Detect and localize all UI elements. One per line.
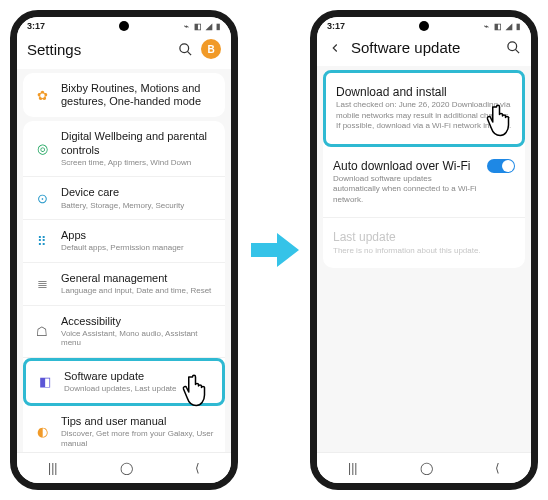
row-icon: ✿ [33,86,51,104]
row-sub: Download software updates automatically … [333,174,477,205]
back-icon[interactable] [327,40,343,56]
clock: 3:17 [27,21,45,31]
row-sub: Discover, Get more from your Galaxy, Use… [61,429,215,448]
header: Settings B [17,33,231,69]
row-sub: Last checked on: June 26, 2020 Downloadi… [336,100,512,131]
row-icon: ◎ [33,140,51,158]
settings-row[interactable]: ☖AccessibilityVoice Assistant, Mono audi… [23,306,225,358]
clock: 3:17 [327,21,345,31]
row-icon: ◐ [33,423,51,441]
row-icon: ⊙ [33,189,51,207]
row-icon: ⠿ [33,232,51,250]
update-options-list[interactable]: Download and installLast checked on: Jun… [317,66,531,452]
svg-point-3 [507,42,516,51]
row-sub: Battery, Storage, Memory, Security [61,201,215,211]
settings-row[interactable]: ≣General managementLanguage and input, D… [23,263,225,306]
nav-home[interactable]: ◯ [120,461,133,475]
settings-row[interactable]: ◐Tips and user manualDiscover, Get more … [23,406,225,452]
row-title: Bixby Routines, Motions and gestures, On… [61,82,215,108]
search-icon[interactable] [505,40,521,56]
nav-home[interactable]: ◯ [420,461,433,475]
svg-point-0 [179,43,188,52]
camera-notch [419,21,429,31]
row-title: Apps [61,229,215,242]
page-title: Settings [27,41,169,58]
svg-line-4 [515,49,519,53]
row-title: Accessibility [61,315,215,328]
update-row[interactable]: Auto download over Wi-FiDownload softwar… [323,147,525,219]
wifi-toggle[interactable] [487,159,515,173]
update-row: Last updateThere is no information about… [323,218,525,268]
avatar[interactable]: B [201,39,221,59]
row-sub: Download updates, Last update [64,384,212,394]
row-title: Tips and user manual [61,415,215,428]
page-title: Software update [351,39,497,56]
search-icon[interactable] [177,41,193,57]
row-title: Device care [61,186,215,199]
nav-back[interactable]: ⟨ [495,461,500,475]
row-title: Auto download over Wi-Fi [333,159,477,173]
row-title: Download and install [336,85,512,99]
row-sub: Language and input, Date and time, Reset [61,286,215,296]
status-icons: ⌁ ◧ ◢ ▮ [184,22,221,31]
row-title: General management [61,272,215,285]
row-sub: There is no information about this updat… [333,246,515,256]
row-icon: ≣ [33,275,51,293]
nav-recent[interactable]: ||| [348,461,357,475]
settings-row[interactable]: ◎Digital Wellbeing and parental controls… [23,121,225,177]
settings-row[interactable]: ⠿AppsDefault apps, Permission manager [23,220,225,263]
camera-notch [119,21,129,31]
nav-bar: ||| ◯ ⟨ [317,452,531,483]
nav-back[interactable]: ⟨ [195,461,200,475]
nav-bar: ||| ◯ ⟨ [17,452,231,483]
settings-row[interactable]: ◧Software updateDownload updates, Last u… [23,358,225,406]
phone-settings: 3:17 ⌁ ◧ ◢ ▮ Settings B ✿Bixby Routines,… [10,10,238,490]
row-sub: Screen time, App timers, Wind Down [61,158,215,168]
settings-row[interactable]: ✿Bixby Routines, Motions and gestures, O… [23,73,225,117]
svg-marker-2 [251,233,299,267]
arrow-icon [246,223,302,277]
row-title: Digital Wellbeing and parental controls [61,130,215,156]
svg-line-1 [187,51,191,55]
row-title: Software update [64,370,212,383]
settings-row[interactable]: ⊙Device careBattery, Storage, Memory, Se… [23,177,225,220]
status-icons: ⌁ ◧ ◢ ▮ [484,22,521,31]
update-row[interactable]: Download and installLast checked on: Jun… [323,70,525,147]
settings-list[interactable]: ✿Bixby Routines, Motions and gestures, O… [17,69,231,452]
phone-software-update: 3:17 ⌁ ◧ ◢ ▮ Software update Download an… [310,10,538,490]
row-icon: ◧ [36,373,54,391]
header: Software update [317,33,531,66]
nav-recent[interactable]: ||| [48,461,57,475]
row-sub: Voice Assistant, Mono audio, Assistant m… [61,329,215,348]
row-sub: Default apps, Permission manager [61,243,215,253]
row-title: Last update [333,230,515,244]
row-icon: ☖ [33,322,51,340]
